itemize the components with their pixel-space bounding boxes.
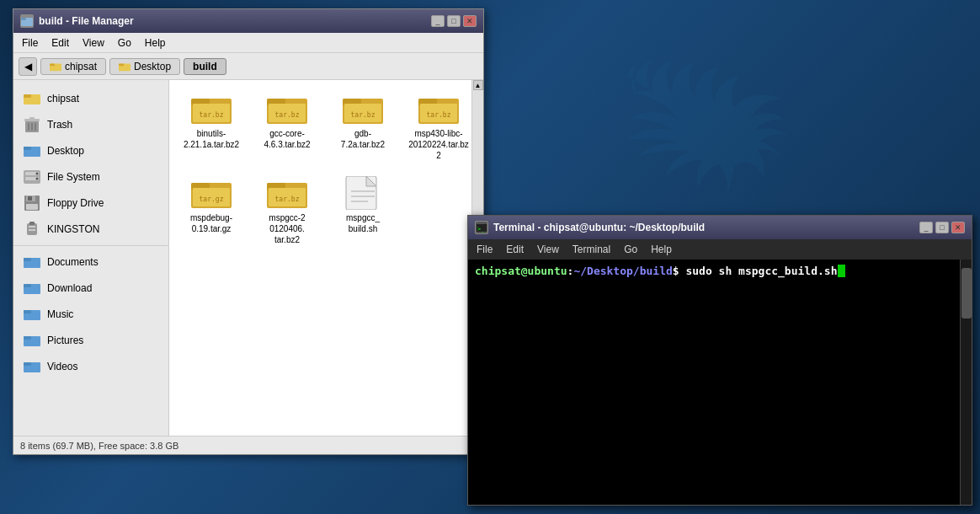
archive-icon-gcc: tar.bz (267, 92, 307, 126)
file-item-gcc[interactable]: tar.bz gcc-core-4.6.3.tar.bz2 (253, 88, 321, 164)
sidebar-item-music[interactable]: Music (17, 302, 165, 327)
svg-point-20 (36, 178, 39, 180)
menu-edit[interactable]: Edit (46, 35, 74, 51)
chipsat-folder-icon (24, 90, 40, 107)
music-folder-icon (24, 306, 40, 323)
scrollbar-up[interactable]: ▲ (473, 80, 483, 90)
sidebar-item-floppy[interactable]: Floppy Drive (17, 190, 165, 216)
menu-help[interactable]: Help (140, 35, 171, 51)
script-icon-mspgcc-build (343, 176, 383, 210)
svg-point-19 (36, 173, 39, 175)
file-manager-window: build - File Manager _ □ ✕ File Edit Vie… (13, 8, 484, 455)
documents-folder-icon (24, 254, 40, 270)
svg-rect-24 (26, 204, 38, 210)
prompt-path: ~/Desktop/build (573, 265, 672, 277)
file-name-msp430libc: msp430-libc-20120224.tar.bz2 (408, 128, 469, 161)
svg-rect-28 (29, 229, 35, 231)
file-manager-titlebar: build - File Manager _ □ ✕ (13, 9, 483, 33)
sidebar-item-chipsat[interactable]: chipsat (17, 86, 165, 111)
archive-icon-binutils: tar.bz (191, 92, 232, 126)
file-name-mspgcc: mspgcc-2 0120406. tar.bz2 (257, 212, 317, 245)
terminal-minimize-button[interactable]: _ (919, 222, 933, 233)
terminal-scrollbar[interactable] (960, 260, 972, 505)
toolbar: ◀ chipsat Desktop build (13, 53, 483, 80)
file-item-mspgcc-build-sh[interactable]: mspgcc_ build.sh (329, 173, 397, 249)
sidebar-item-documents[interactable]: Documents (17, 249, 165, 275)
terminal-close-button[interactable]: ✕ (951, 222, 965, 233)
file-grid: tar.bz binutils-2.21.1a.tar.bz2 tar.bz g… (169, 80, 471, 436)
breadcrumb-chipsat[interactable]: chipsat (40, 58, 106, 75)
sidebar-item-pictures[interactable]: Pictures (17, 328, 165, 353)
terminal-maximize-button[interactable]: □ (935, 222, 949, 233)
filesystem-icon (24, 169, 40, 185)
terminal-menu-file[interactable]: File (471, 243, 498, 256)
terminal-window: >_ Terminal - chipsat@ubuntu: ~/Desktop/… (467, 215, 972, 506)
terminal-body-container: chipsat@ubuntu:~/Desktop/build$ sudo sh … (468, 260, 972, 505)
close-button[interactable]: ✕ (463, 15, 477, 27)
prompt-username: chipsat@ubuntu (475, 265, 567, 277)
archive-icon-mspdebug: tar.gz (191, 176, 232, 210)
desktop-icon (24, 142, 40, 159)
terminal-menu-terminal[interactable]: Terminal (567, 243, 615, 256)
file-manager-menubar: File Edit View Go Help (13, 33, 483, 53)
breadcrumb-chipsat-label: chipsat (65, 61, 97, 72)
sidebar-item-videos[interactable]: Videos (17, 354, 165, 379)
terminal-menu-edit[interactable]: Edit (501, 243, 529, 256)
breadcrumb-desktop[interactable]: Desktop (109, 58, 180, 75)
menu-go[interactable]: Go (113, 35, 136, 51)
terminal-menu-go[interactable]: Go (619, 243, 642, 256)
svg-rect-30 (24, 258, 31, 261)
command-text: sudo sh mspgcc_build.sh (679, 265, 838, 277)
svg-rect-1 (21, 18, 26, 20)
status-bar: 8 items (69.7 MB), Free space: 3.8 GB (13, 436, 483, 454)
terminal-titlebar: >_ Terminal - chipsat@ubuntu: ~/Desktop/… (468, 216, 972, 239)
terminal-menu-help[interactable]: Help (646, 243, 677, 256)
breadcrumb-build[interactable]: build (184, 58, 226, 75)
status-text: 8 items (69.7 MB), Free space: 3.8 GB (20, 441, 178, 451)
menu-file[interactable]: File (17, 35, 43, 51)
svg-rect-5 (119, 63, 124, 66)
breadcrumb-desktop-label: Desktop (134, 61, 171, 72)
file-name-mspdebug: mspdebug-0.19.tar.gz (181, 212, 242, 234)
bird-decoration (626, 51, 795, 202)
archive-icon-gdb: tar.bz (343, 92, 383, 126)
sidebar-item-desktop[interactable]: Desktop (17, 138, 165, 163)
terminal-title: Terminal - chipsat@ubuntu: ~/Desktop/bui… (493, 222, 705, 233)
kingston-icon (24, 221, 40, 238)
svg-rect-23 (28, 196, 32, 201)
window-controls: _ □ ✕ (431, 15, 477, 27)
minimize-button[interactable]: _ (431, 15, 445, 27)
svg-rect-34 (24, 310, 31, 313)
terminal-menubar: File Edit View Terminal Go Help (468, 239, 972, 260)
file-item-mspdebug[interactable]: tar.gz mspdebug-0.19.tar.gz (178, 173, 245, 249)
svg-rect-27 (29, 226, 35, 228)
sidebar-item-desktop-label: Desktop (47, 145, 84, 157)
svg-rect-32 (24, 284, 31, 287)
sidebar-item-trash[interactable]: Trash (17, 112, 165, 137)
back-button[interactable]: ◀ (19, 57, 37, 76)
svg-rect-26 (29, 222, 35, 225)
terminal-prompt-text: chipsat@ubuntu:~/Desktop/build$ sudo sh … (475, 265, 845, 277)
terminal-menu-view[interactable]: View (532, 243, 564, 256)
sidebar-item-music-label: Music (47, 308, 73, 320)
terminal-scroll-thumb[interactable] (961, 268, 972, 319)
file-item-mspgcc[interactable]: tar.bz mspgcc-2 0120406. tar.bz2 (253, 173, 321, 249)
file-item-binutils[interactable]: tar.bz binutils-2.21.1a.tar.bz2 (178, 88, 245, 164)
terminal-titlebar-left: >_ Terminal - chipsat@ubuntu: ~/Desktop/… (475, 221, 705, 234)
menu-view[interactable]: View (77, 35, 109, 51)
breadcrumb-build-label: build (193, 61, 217, 72)
sidebar-item-kingston[interactable]: KINGSTON (17, 217, 165, 242)
prompt-dollar: $ (673, 265, 679, 277)
file-name-mspgcc-build-sh: mspgcc_ build.sh (333, 212, 393, 234)
terminal-cursor (838, 265, 845, 277)
svg-text:tar.bz: tar.bz (351, 111, 375, 119)
sidebar-item-download[interactable]: Download (17, 276, 165, 301)
sidebar-item-download-label: Download (47, 282, 92, 294)
sidebar-item-filesystem[interactable]: File System (17, 164, 165, 190)
maximize-button[interactable]: □ (447, 15, 461, 27)
terminal-body[interactable]: chipsat@ubuntu:~/Desktop/build$ sudo sh … (468, 260, 960, 505)
file-item-msp430libc[interactable]: tar.bz msp430-libc-20120224.tar.bz2 (405, 88, 471, 164)
download-folder-icon (24, 280, 40, 297)
svg-text:tar.bz: tar.bz (275, 111, 300, 119)
file-item-gdb[interactable]: tar.bz gdb-7.2a.tar.bz2 (329, 88, 397, 164)
